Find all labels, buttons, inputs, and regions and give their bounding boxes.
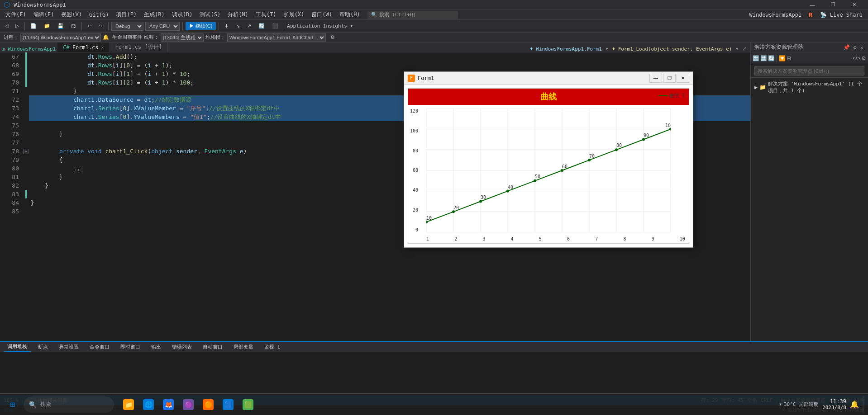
search-panel-icon[interactable]: ⚙ <box>853 43 858 52</box>
taskbar-app6[interactable]: 🟦 <box>219 396 237 414</box>
code-line-68: dt.Rows[i][0] = (i + 1); <box>29 61 750 70</box>
bottom-panel-tabs: 调用堆栈 断点 异常设置 命令窗口 即时窗口 输出 错误列表 自动窗口 局部变量… <box>0 342 868 352</box>
taskbar-vs[interactable]: 🟣 <box>179 396 197 414</box>
chart-body: 120 100 80 60 40 20 0 <box>408 105 689 243</box>
panel-collapse-all[interactable]: ⊟ <box>787 55 791 61</box>
form1-minimize[interactable]: — <box>649 74 662 83</box>
close-panel-icon[interactable]: ✕ <box>859 43 864 52</box>
menu-build[interactable]: 生成(B) <box>140 10 168 19</box>
menu-git[interactable]: Git(G) <box>86 11 112 19</box>
method-selector[interactable]: ♦ Form1_Load(object sender, EventArgs e) <box>612 46 732 52</box>
taskbar-edge[interactable]: 🌐 <box>139 396 157 414</box>
tab-immediate[interactable]: 即时窗口 <box>117 343 144 351</box>
notification-icon[interactable]: 🔔 <box>850 400 859 409</box>
menu-extensions[interactable]: 扩展(X) <box>280 10 308 19</box>
app-insights-label[interactable]: Application Insights ▾ <box>287 23 353 29</box>
restore-button[interactable]: ❐ <box>823 0 844 10</box>
toolbar-redo[interactable]: ↪ <box>96 22 105 30</box>
line-70: 70 <box>0 78 19 87</box>
tab-form1cs-design[interactable]: Form1.cs [设计] <box>110 42 168 52</box>
gutter-69 <box>23 70 29 78</box>
toolbar-open[interactable]: 📁 <box>41 22 53 30</box>
class-selector[interactable]: ♦ WindowsFormsApp1.Form1 <box>530 46 602 52</box>
tab-watch[interactable]: 监视 1 <box>261 343 284 351</box>
tab-breakpoints[interactable]: 断点 <box>34 343 52 351</box>
point-2 <box>452 210 455 213</box>
menu-debug[interactable]: 调试(D) <box>168 10 196 19</box>
toolbar-back[interactable]: ◁ <box>2 22 11 30</box>
taskbar-app3[interactable]: 🦊 <box>159 396 177 414</box>
menu-view[interactable]: 视图(V) <box>57 10 86 19</box>
step-out[interactable]: ↗ <box>244 22 254 30</box>
thread-select[interactable]: [13044] 主线程 <box>161 33 204 42</box>
tab-locals[interactable]: 局部变量 <box>230 343 257 351</box>
toolbar-new[interactable]: 📄 <box>28 22 39 30</box>
solution-search-input[interactable] <box>754 66 864 75</box>
start-button[interactable]: ⊞ <box>4 396 22 414</box>
maximize-editor-btn[interactable]: ⤢ <box>742 46 747 52</box>
form1-close[interactable]: ✕ <box>677 74 689 83</box>
process-select[interactable]: [11364] WindowsFormsApp1.ex <box>20 33 101 42</box>
search-box[interactable]: 🔍 搜索 (Ctrl+Q) <box>367 11 458 19</box>
line-73: 73 <box>0 104 19 113</box>
point-5 <box>534 179 536 182</box>
svg-text:90: 90 <box>644 133 649 138</box>
minimize-button[interactable]: — <box>802 0 823 10</box>
panel-sync[interactable]: 🔄 <box>768 55 775 61</box>
platform-select[interactable]: Any CPU <box>145 22 180 31</box>
solution-node[interactable]: ▶ 📁 解决方案 'WindowsFormsApp1' (1 个项目，共 1 个… <box>751 80 868 95</box>
menu-analyze[interactable]: 分析(N) <box>224 10 252 19</box>
search-bar <box>751 64 868 78</box>
tab-auto[interactable]: 自动窗口 <box>199 343 226 351</box>
gutter-78: − <box>23 147 29 156</box>
toolbar-save[interactable]: 💾 <box>55 22 67 30</box>
tab-output[interactable]: 输出 <box>148 343 165 351</box>
tab-command[interactable]: 命令窗口 <box>86 343 113 351</box>
svg-text:50: 50 <box>535 174 540 179</box>
pin-icon[interactable]: 📌 <box>842 43 851 52</box>
tab-exceptions[interactable]: 异常设置 <box>55 343 82 351</box>
menu-help[interactable]: 帮助(H) <box>336 10 364 19</box>
run-button[interactable]: ▶ 继续(C) <box>186 22 216 30</box>
tab-form1cs-icon: C# <box>63 44 69 51</box>
step-in[interactable]: ↘ <box>233 22 243 30</box>
close-button[interactable]: ✕ <box>844 0 864 10</box>
stop[interactable]: ⬛ <box>269 22 281 30</box>
panel-tool-2[interactable]: 🔜 <box>760 55 767 61</box>
tab-form1cs[interactable]: C# Form1.cs ✕ <box>57 42 110 52</box>
taskbar: ⊞ 🔍 搜索 📁 🌐 🦊 🟣 🟠 🟦 🟩 ☀️ 30°C 局部晴朗 <box>0 393 868 415</box>
restart[interactable]: 🔄 <box>256 22 267 30</box>
debug-config-select[interactable]: Debug Release <box>111 22 143 31</box>
taskbar-app5[interactable]: 🟠 <box>199 396 217 414</box>
toolbar-sep-2 <box>81 22 82 30</box>
toolbar-undo[interactable]: ↩ <box>85 22 94 30</box>
taskbar-app7[interactable]: 🟩 <box>239 396 257 414</box>
panel-tool-1[interactable]: 🔙 <box>753 55 759 61</box>
form1-maximize[interactable]: ❐ <box>663 74 676 83</box>
tab-errors[interactable]: 错误列表 <box>168 343 196 351</box>
panel-code-icon[interactable]: </> <box>853 55 860 61</box>
collapse-78[interactable]: − <box>23 149 29 154</box>
taskbar-search-box[interactable]: 🔍 搜索 <box>24 396 114 413</box>
menu-window[interactable]: 窗口(W) <box>308 10 336 19</box>
toolbar-save-all[interactable]: 🖫 <box>68 23 79 30</box>
profile-icon[interactable]: R <box>805 11 816 19</box>
tab-callstack[interactable]: 调用堆栈 <box>4 342 31 352</box>
menu-file[interactable]: 文件(F) <box>2 10 30 19</box>
menu-tools[interactable]: 工具(T) <box>252 10 280 19</box>
progress-settings[interactable]: ⚙ <box>328 33 338 41</box>
live-share-btn[interactable]: 📡 Live Share <box>816 11 866 19</box>
chart-header: 曲线 曲线 1 <box>408 89 689 105</box>
taskbar-file-explorer[interactable]: 📁 <box>119 396 138 414</box>
tab-form1cs-close[interactable]: ✕ <box>101 45 104 50</box>
gutter-82 <box>23 181 29 190</box>
menu-test[interactable]: 测试(S) <box>196 10 224 19</box>
stack-select[interactable]: WindowsFormsApp1.Form1.AddChart... <box>227 33 326 42</box>
toolbar-forward[interactable]: ▷ <box>13 22 22 30</box>
step-over[interactable]: ⬇ <box>222 22 231 30</box>
panel-settings-icon[interactable]: ⚙ <box>861 55 866 61</box>
panel-filter[interactable]: 🔽 <box>779 55 786 61</box>
menu-edit[interactable]: 编辑(E) <box>30 10 58 19</box>
menu-project[interactable]: 项目(P) <box>112 10 140 19</box>
show-desktop-btn[interactable] <box>863 396 864 414</box>
